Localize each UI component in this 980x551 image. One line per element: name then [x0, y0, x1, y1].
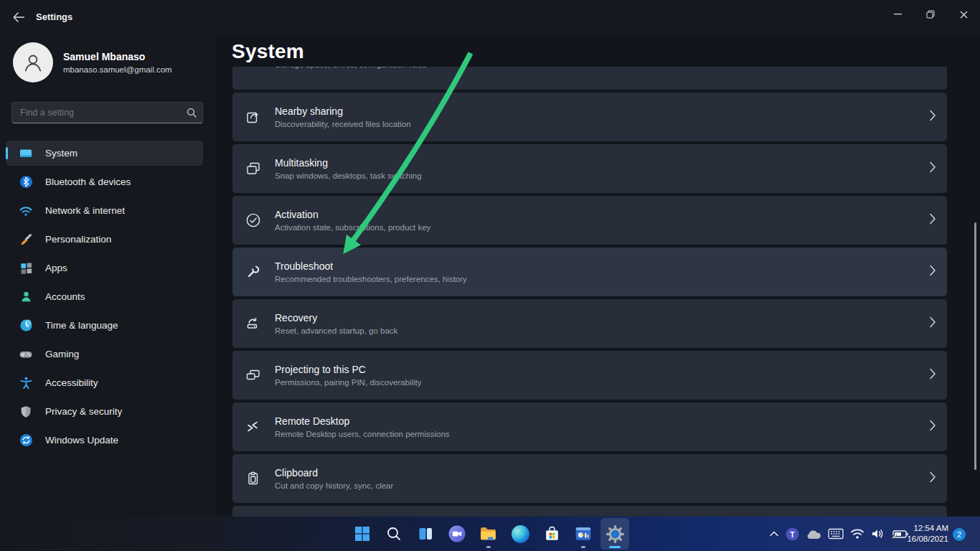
- row-recovery[interactable]: RecoveryReset, advanced startup, go back: [232, 299, 947, 348]
- row-activation[interactable]: ActivationActivation state, subscription…: [232, 196, 947, 245]
- row-subtitle: Cut and copy history, sync, clear: [275, 481, 393, 490]
- chat-icon: [448, 524, 466, 543]
- row-troubleshoot[interactable]: TroubleshootRecommended troubleshooters,…: [232, 248, 947, 296]
- row-multitasking[interactable]: MultitaskingSnap windows, desktops, task…: [232, 144, 947, 193]
- edge-icon: [512, 525, 529, 543]
- sidebar-item-label: Apps: [45, 263, 67, 273]
- touch-keyboard-icon[interactable]: [828, 528, 844, 540]
- sidebar-item-network[interactable]: Network & internet: [6, 198, 203, 223]
- file-explorer-button[interactable]: [474, 518, 503, 550]
- row-projecting[interactable]: Projecting to this PCPermissions, pairin…: [232, 351, 947, 400]
- taskbar-search-button[interactable]: [380, 518, 408, 550]
- sidebar-item-apps[interactable]: Apps: [6, 255, 203, 281]
- row-title: Troubleshoot: [275, 260, 467, 272]
- row-subtitle: Activation state, subscriptions, product…: [275, 223, 430, 232]
- search-input[interactable]: [12, 108, 181, 118]
- sidebar-item-label: Accounts: [45, 291, 85, 302]
- row-title: Clipboard: [275, 467, 393, 479]
- partial-row-bottom[interactable]: [232, 506, 947, 517]
- edge-button[interactable]: [506, 518, 534, 550]
- sidebar-item-accessibility[interactable]: Accessibility: [6, 370, 203, 395]
- avatar[interactable]: [13, 42, 53, 83]
- taskbar-apps: [348, 518, 629, 550]
- person-icon: [19, 49, 47, 76]
- sidebar-item-accounts[interactable]: Accounts: [6, 284, 203, 309]
- chevron-right-icon: [928, 367, 937, 383]
- row-subtitle: Snap windows, desktops, task switching: [275, 171, 422, 180]
- row-title: Remote Desktop: [275, 415, 450, 427]
- time-language-icon: [19, 319, 33, 333]
- partial-row-storage[interactable]: Storage space, drives, configuration rul…: [232, 67, 947, 90]
- projecting-icon: [245, 367, 262, 384]
- battery-charging-icon[interactable]: [891, 529, 908, 540]
- system-monitor-button[interactable]: [569, 518, 598, 550]
- file-explorer-icon: [479, 524, 498, 543]
- row-clipboard[interactable]: ClipboardCut and copy history, sync, cle…: [232, 454, 947, 503]
- sidebar-item-bluetooth[interactable]: Bluetooth & devices: [6, 169, 203, 194]
- onedrive-icon[interactable]: [806, 529, 821, 540]
- row-title: Nearby sharing: [275, 105, 411, 117]
- titlebar: Settings: [0, 0, 980, 34]
- settings-gear-icon: [606, 524, 625, 544]
- minimize-button[interactable]: [881, 0, 914, 29]
- row-subtitle: Permissions, pairing PIN, discoverabilit…: [275, 378, 422, 387]
- sidebar-item-gaming[interactable]: Gaming: [6, 342, 203, 367]
- running-indicator: [581, 546, 585, 548]
- clock-date: 16/08/2021: [907, 534, 948, 545]
- sidebar-item-label: System: [45, 148, 77, 159]
- teams-glyph: T: [790, 529, 795, 538]
- settings-button[interactable]: [600, 518, 629, 550]
- chevron-right-icon: [928, 264, 937, 280]
- search-box[interactable]: [11, 102, 203, 123]
- scrollbar-thumb[interactable]: [974, 222, 976, 470]
- row-subtitle: Remote Desktop users, connection permiss…: [275, 430, 450, 438]
- sidebar-item-system[interactable]: System: [6, 141, 203, 166]
- row-subtitle: Recommended troubleshooters, preferences…: [275, 275, 467, 283]
- sidebar-item-label: Network & internet: [45, 205, 125, 216]
- troubleshoot-wrench-icon: [245, 263, 262, 281]
- sidebar-item-personalization[interactable]: Personalization: [6, 227, 203, 252]
- close-button[interactable]: [947, 0, 980, 29]
- sidebar-item-time-language[interactable]: Time & language: [6, 313, 203, 338]
- restore-icon: [926, 10, 935, 19]
- teams-tray-icon[interactable]: T: [786, 527, 799, 541]
- sidebar-item-windows-update[interactable]: Windows Update: [6, 428, 203, 453]
- row-subtitle: Discoverability, received files location: [275, 120, 411, 128]
- task-view-button[interactable]: [411, 518, 440, 550]
- notification-badge[interactable]: 2: [953, 528, 966, 541]
- accessibility-icon: [19, 376, 33, 390]
- start-button[interactable]: [348, 518, 377, 550]
- running-indicator: [486, 546, 491, 548]
- sidebar-item-label: Time & language: [45, 320, 118, 331]
- privacy-shield-icon: [19, 405, 33, 419]
- clipboard-icon: [245, 470, 262, 487]
- taskbar-clock[interactable]: 12:54 AM 16/08/2021: [907, 523, 948, 545]
- row-nearby-sharing[interactable]: Nearby sharingDiscoverability, received …: [232, 93, 947, 141]
- chat-button[interactable]: [443, 518, 471, 550]
- clock-time: 12:54 AM: [907, 523, 948, 534]
- row-title: Projecting to this PC: [275, 364, 422, 375]
- system-monitor-icon: [574, 524, 593, 543]
- back-button[interactable]: [9, 9, 29, 26]
- search-icon[interactable]: [181, 108, 202, 118]
- user-name[interactable]: Samuel Mbanaso: [63, 51, 145, 62]
- close-icon: [960, 11, 968, 19]
- search-icon: [386, 526, 402, 542]
- store-icon: [543, 525, 561, 543]
- store-button[interactable]: [537, 518, 566, 550]
- taskbar: T 12:54 AM 16/08/2021: [0, 517, 980, 551]
- chevron-right-icon: [928, 212, 937, 228]
- network-icon: [19, 204, 33, 218]
- volume-icon[interactable]: [871, 528, 885, 540]
- sidebar-item-label: Windows Update: [45, 435, 118, 446]
- sidebar-item-privacy[interactable]: Privacy & security: [6, 399, 203, 424]
- chevron-right-icon: [928, 109, 937, 125]
- sidebar-item-label: Privacy & security: [45, 406, 122, 417]
- wifi-icon[interactable]: [850, 528, 864, 540]
- multitasking-icon: [245, 160, 262, 177]
- activation-icon: [245, 212, 262, 229]
- restore-button[interactable]: [914, 0, 947, 29]
- row-remote-desktop[interactable]: Remote DesktopRemote Desktop users, conn…: [232, 402, 947, 451]
- chevron-up-icon[interactable]: [769, 530, 779, 537]
- row-subtitle: Reset, advanced startup, go back: [275, 326, 397, 335]
